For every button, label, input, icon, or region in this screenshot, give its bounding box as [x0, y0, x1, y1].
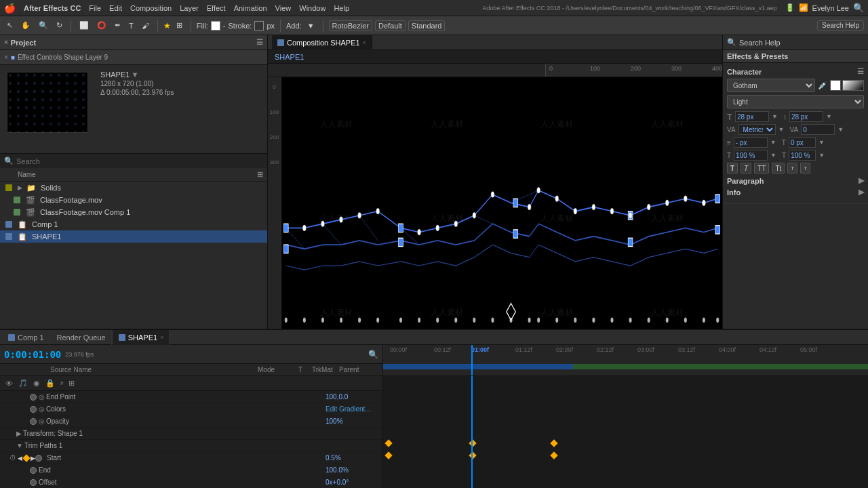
start-kf-3[interactable] [550, 439, 557, 447]
selection-tool[interactable]: ↖ [4, 20, 16, 31]
end-point-circle[interactable] [30, 394, 37, 401]
end-kf-3[interactable] [550, 451, 557, 459]
tl-audio-icon[interactable]: 🎵 [17, 379, 29, 388]
vscale-down2[interactable]: ▼ [818, 152, 825, 159]
zoom-tool[interactable]: 🔍 [36, 20, 51, 31]
start-next-kf[interactable]: ▶ [31, 455, 35, 462]
allcaps-btn[interactable]: TT [754, 163, 769, 174]
colors-value[interactable]: Edit Gradient... [326, 405, 380, 413]
asset-item-cf-comp1[interactable]: 🎬 ClassFootage.mov Comp 1 [0, 206, 267, 218]
start-stopwatch[interactable]: ⏱ [9, 454, 16, 462]
paragraph-expand[interactable]: ▶ [859, 176, 864, 185]
solids-expand[interactable]: ▶ [18, 184, 22, 191]
timeline-search-icon[interactable]: 🔍 [368, 350, 378, 359]
info-expand[interactable]: ▶ [859, 188, 864, 197]
add-layer-icon[interactable]: ⊞ [257, 170, 263, 179]
tl-label-icon[interactable]: # [59, 380, 64, 386]
tracking-down[interactable]: ▼ [837, 126, 844, 133]
sub-btn[interactable]: T [800, 163, 810, 174]
character-menu-icon[interactable]: ☰ [857, 67, 864, 76]
tl-solo-icon[interactable]: ◉ [32, 379, 41, 388]
tl-tab-comp1[interactable]: Comp 1 [3, 330, 50, 345]
italic-btn[interactable]: T [741, 163, 751, 174]
font-size-input[interactable] [735, 111, 769, 122]
hscale-down[interactable]: ▼ [770, 152, 776, 159]
vscale-down[interactable]: ▼ [826, 113, 832, 120]
leading-down[interactable]: ▼ [770, 139, 776, 146]
ellipse-tool[interactable]: ⭕ [94, 20, 109, 31]
start-kf-1[interactable] [384, 439, 392, 447]
transform-expand[interactable]: ▶ [16, 430, 22, 437]
tl-number-icon[interactable]: ⊞ [67, 379, 76, 388]
menu-effect[interactable]: Effect [207, 4, 226, 12]
text-color-box[interactable] [830, 80, 841, 91]
panel-close-icon[interactable]: × [4, 39, 8, 46]
bold-btn[interactable]: T [727, 163, 738, 174]
roto-bezier-btn[interactable]: RotoBezier [329, 20, 372, 31]
rotate-tool[interactable]: ↻ [54, 20, 65, 31]
metrics-down[interactable]: ▼ [778, 126, 785, 133]
menu-animation[interactable]: Animation [234, 4, 267, 12]
menu-layer[interactable]: Layer [180, 4, 199, 12]
smallcaps-btn[interactable]: Tt [772, 163, 785, 174]
menu-help[interactable]: Help [334, 4, 349, 12]
super-btn[interactable]: T [787, 163, 797, 174]
menu-file[interactable]: File [89, 4, 101, 12]
search-help-label[interactable]: Search Help [739, 39, 864, 47]
search-help-btn[interactable]: Search Help [817, 20, 864, 30]
fill-color[interactable] [211, 21, 220, 30]
end-circle[interactable] [30, 467, 37, 474]
vertical-scale-input[interactable] [789, 111, 823, 122]
font-style-select[interactable]: Light [727, 95, 864, 108]
vscale-input[interactable] [789, 150, 816, 161]
standard-btn[interactable]: Standard [408, 20, 446, 31]
start-circle[interactable] [35, 455, 42, 462]
font-select[interactable]: Gotham [727, 79, 815, 92]
end-kf-2[interactable] [469, 451, 476, 459]
tracking-input[interactable] [801, 124, 835, 135]
rect-tool[interactable]: ⬜ [77, 20, 92, 31]
tl-tab-render[interactable]: Render Queue [52, 330, 112, 345]
project-search-bar[interactable]: 🔍 [0, 153, 267, 168]
pen-tool[interactable]: ✒ [112, 20, 123, 31]
trim-expand[interactable]: ▼ [16, 442, 23, 449]
start-kf-2[interactable] [469, 439, 476, 447]
eyedropper-btn[interactable]: 💉 [818, 81, 827, 90]
effect-controls-close[interactable]: × [4, 54, 8, 61]
leading-input[interactable] [734, 137, 768, 148]
menu-composition[interactable]: Composition [130, 4, 172, 12]
stroke-color[interactable] [254, 21, 264, 30]
metrics-select[interactable]: Metrics [738, 124, 776, 135]
asset-item-comp1[interactable]: 📋 Comp 1 [0, 218, 267, 230]
hscale-input[interactable] [734, 150, 768, 161]
tl-eye-icon[interactable]: 👁 [4, 380, 14, 388]
menu-edit[interactable]: Edit [109, 4, 122, 12]
comp-tab-shape1[interactable]: Composition SHAPE1 × [272, 35, 372, 50]
baseline-down[interactable]: ▼ [818, 139, 825, 146]
comp-tab-close[interactable]: × [363, 39, 366, 46]
tl-playhead-indicator[interactable] [471, 345, 473, 375]
colors-circle[interactable] [30, 406, 37, 413]
add-btn[interactable]: ▼ [304, 20, 317, 31]
offset-circle[interactable] [30, 479, 37, 486]
tl-lock-icon[interactable]: 🔒 [44, 379, 56, 388]
font-size-down[interactable]: ▼ [772, 113, 778, 120]
brush-tool[interactable]: 🖌 [139, 20, 152, 31]
project-name-arrow[interactable]: ▼ [131, 70, 138, 79]
default-btn[interactable]: Default [375, 20, 406, 31]
asset-item-classfootage[interactable]: 🎬 ClassFootage.mov [0, 194, 267, 206]
menu-view[interactable]: View [275, 4, 292, 12]
project-search-input[interactable] [16, 157, 263, 165]
text-tool[interactable]: T [126, 20, 136, 31]
menu-window[interactable]: Window [299, 4, 326, 12]
opacity-circle[interactable] [30, 418, 37, 425]
tl-tab-shape1[interactable]: SHAPE1 × [113, 330, 170, 345]
asset-item-shape1[interactable]: 📋 SHAPE1 [0, 230, 267, 243]
align-tool[interactable]: ⊞ [174, 20, 185, 31]
end-kf-1[interactable] [384, 451, 392, 459]
asset-item-solids[interactable]: ▶ 📁 Solids [0, 182, 267, 194]
panel-menu-icon[interactable]: ☰ [256, 38, 263, 47]
baseline-input[interactable] [789, 137, 816, 148]
hand-tool[interactable]: ✋ [18, 20, 33, 31]
start-diamond[interactable] [22, 454, 30, 462]
